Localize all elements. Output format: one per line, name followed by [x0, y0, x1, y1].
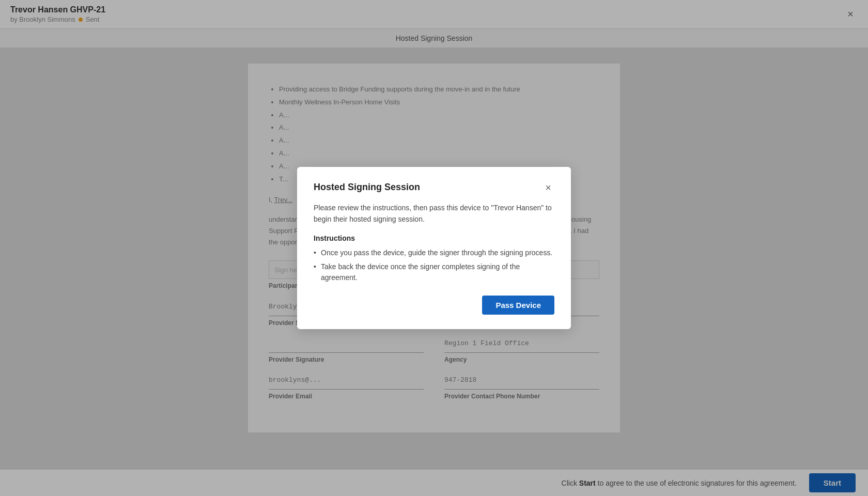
modal-title: Hosted Signing Session	[314, 182, 420, 193]
modal-overlay: Hosted Signing Session × Please review t…	[0, 0, 868, 496]
modal-footer: Pass Device	[314, 296, 554, 315]
modal-instruction-item: Take back the device once the signer com…	[314, 261, 554, 283]
hosted-signing-modal: Hosted Signing Session × Please review t…	[297, 167, 571, 330]
modal-instruction-item: Once you pass the device, guide the sign…	[314, 247, 554, 258]
modal-close-button[interactable]: ×	[542, 181, 554, 194]
modal-instructions-list: Once you pass the device, guide the sign…	[314, 247, 554, 283]
modal-header: Hosted Signing Session ×	[314, 181, 554, 194]
modal-description: Please review the instructions, then pas…	[314, 202, 554, 225]
modal-instructions-title: Instructions	[314, 234, 554, 242]
pass-device-button[interactable]: Pass Device	[482, 296, 554, 315]
